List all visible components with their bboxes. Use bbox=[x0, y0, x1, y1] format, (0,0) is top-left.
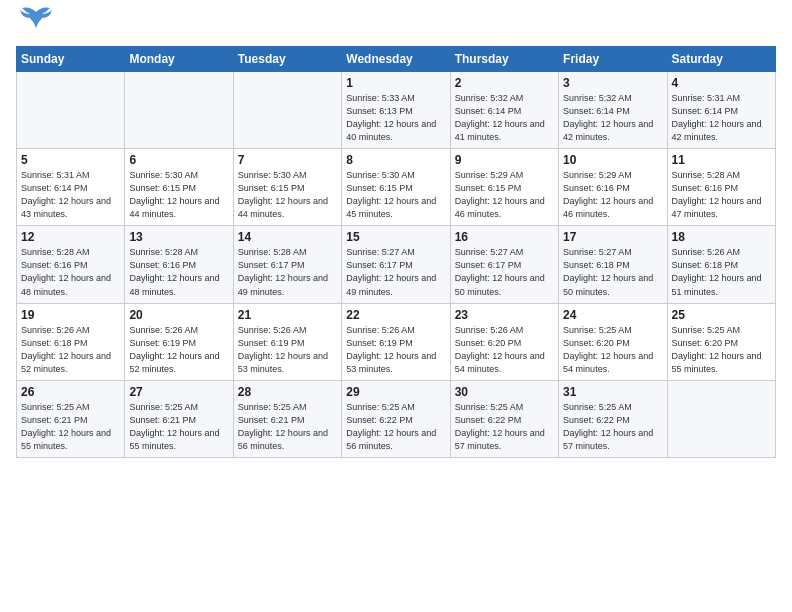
day-number: 16 bbox=[455, 230, 554, 244]
calendar-day-cell: 1Sunrise: 5:33 AMSunset: 6:13 PMDaylight… bbox=[342, 72, 450, 149]
day-number: 11 bbox=[672, 153, 771, 167]
day-number: 31 bbox=[563, 385, 662, 399]
day-number: 15 bbox=[346, 230, 445, 244]
day-number: 6 bbox=[129, 153, 228, 167]
logo bbox=[16, 16, 54, 38]
day-number: 8 bbox=[346, 153, 445, 167]
calendar-day-cell: 17Sunrise: 5:27 AMSunset: 6:18 PMDayligh… bbox=[559, 226, 667, 303]
day-number: 4 bbox=[672, 76, 771, 90]
calendar-day-cell: 4Sunrise: 5:31 AMSunset: 6:14 PMDaylight… bbox=[667, 72, 775, 149]
day-number: 5 bbox=[21, 153, 120, 167]
calendar-day-cell: 6Sunrise: 5:30 AMSunset: 6:15 PMDaylight… bbox=[125, 149, 233, 226]
calendar-day-cell: 26Sunrise: 5:25 AMSunset: 6:21 PMDayligh… bbox=[17, 380, 125, 457]
calendar-day-cell: 23Sunrise: 5:26 AMSunset: 6:20 PMDayligh… bbox=[450, 303, 558, 380]
day-number: 29 bbox=[346, 385, 445, 399]
calendar-week-row: 26Sunrise: 5:25 AMSunset: 6:21 PMDayligh… bbox=[17, 380, 776, 457]
day-info: Sunrise: 5:25 AMSunset: 6:21 PMDaylight:… bbox=[129, 401, 228, 453]
day-info: Sunrise: 5:26 AMSunset: 6:19 PMDaylight:… bbox=[238, 324, 337, 376]
day-number: 20 bbox=[129, 308, 228, 322]
day-number: 19 bbox=[21, 308, 120, 322]
calendar-day-cell: 22Sunrise: 5:26 AMSunset: 6:19 PMDayligh… bbox=[342, 303, 450, 380]
day-number: 9 bbox=[455, 153, 554, 167]
calendar-day-cell: 21Sunrise: 5:26 AMSunset: 6:19 PMDayligh… bbox=[233, 303, 341, 380]
day-info: Sunrise: 5:31 AMSunset: 6:14 PMDaylight:… bbox=[21, 169, 120, 221]
weekday-header-monday: Monday bbox=[125, 47, 233, 72]
day-number: 17 bbox=[563, 230, 662, 244]
calendar-week-row: 1Sunrise: 5:33 AMSunset: 6:13 PMDaylight… bbox=[17, 72, 776, 149]
day-number: 30 bbox=[455, 385, 554, 399]
day-number: 10 bbox=[563, 153, 662, 167]
day-info: Sunrise: 5:32 AMSunset: 6:14 PMDaylight:… bbox=[563, 92, 662, 144]
calendar-day-cell: 14Sunrise: 5:28 AMSunset: 6:17 PMDayligh… bbox=[233, 226, 341, 303]
day-info: Sunrise: 5:26 AMSunset: 6:19 PMDaylight:… bbox=[129, 324, 228, 376]
calendar-day-cell: 19Sunrise: 5:26 AMSunset: 6:18 PMDayligh… bbox=[17, 303, 125, 380]
day-number: 2 bbox=[455, 76, 554, 90]
calendar-day-cell: 3Sunrise: 5:32 AMSunset: 6:14 PMDaylight… bbox=[559, 72, 667, 149]
day-info: Sunrise: 5:25 AMSunset: 6:22 PMDaylight:… bbox=[346, 401, 445, 453]
day-info: Sunrise: 5:26 AMSunset: 6:19 PMDaylight:… bbox=[346, 324, 445, 376]
day-number: 25 bbox=[672, 308, 771, 322]
weekday-header-sunday: Sunday bbox=[17, 47, 125, 72]
day-info: Sunrise: 5:26 AMSunset: 6:18 PMDaylight:… bbox=[21, 324, 120, 376]
calendar-day-cell: 20Sunrise: 5:26 AMSunset: 6:19 PMDayligh… bbox=[125, 303, 233, 380]
calendar-day-cell: 24Sunrise: 5:25 AMSunset: 6:20 PMDayligh… bbox=[559, 303, 667, 380]
calendar-day-cell: 13Sunrise: 5:28 AMSunset: 6:16 PMDayligh… bbox=[125, 226, 233, 303]
day-info: Sunrise: 5:29 AMSunset: 6:16 PMDaylight:… bbox=[563, 169, 662, 221]
day-number: 22 bbox=[346, 308, 445, 322]
calendar-day-cell: 31Sunrise: 5:25 AMSunset: 6:22 PMDayligh… bbox=[559, 380, 667, 457]
day-info: Sunrise: 5:28 AMSunset: 6:16 PMDaylight:… bbox=[21, 246, 120, 298]
calendar-week-row: 12Sunrise: 5:28 AMSunset: 6:16 PMDayligh… bbox=[17, 226, 776, 303]
calendar-day-cell: 11Sunrise: 5:28 AMSunset: 6:16 PMDayligh… bbox=[667, 149, 775, 226]
weekday-header-saturday: Saturday bbox=[667, 47, 775, 72]
day-number: 12 bbox=[21, 230, 120, 244]
day-info: Sunrise: 5:25 AMSunset: 6:20 PMDaylight:… bbox=[563, 324, 662, 376]
day-info: Sunrise: 5:25 AMSunset: 6:22 PMDaylight:… bbox=[563, 401, 662, 453]
day-number: 23 bbox=[455, 308, 554, 322]
calendar-day-cell: 10Sunrise: 5:29 AMSunset: 6:16 PMDayligh… bbox=[559, 149, 667, 226]
day-number: 13 bbox=[129, 230, 228, 244]
day-info: Sunrise: 5:25 AMSunset: 6:20 PMDaylight:… bbox=[672, 324, 771, 376]
day-info: Sunrise: 5:25 AMSunset: 6:22 PMDaylight:… bbox=[455, 401, 554, 453]
day-number: 27 bbox=[129, 385, 228, 399]
calendar-day-cell: 15Sunrise: 5:27 AMSunset: 6:17 PMDayligh… bbox=[342, 226, 450, 303]
calendar-day-cell: 7Sunrise: 5:30 AMSunset: 6:15 PMDaylight… bbox=[233, 149, 341, 226]
day-number: 7 bbox=[238, 153, 337, 167]
calendar-day-cell: 5Sunrise: 5:31 AMSunset: 6:14 PMDaylight… bbox=[17, 149, 125, 226]
day-number: 14 bbox=[238, 230, 337, 244]
day-info: Sunrise: 5:30 AMSunset: 6:15 PMDaylight:… bbox=[346, 169, 445, 221]
calendar-day-cell: 27Sunrise: 5:25 AMSunset: 6:21 PMDayligh… bbox=[125, 380, 233, 457]
weekday-header-tuesday: Tuesday bbox=[233, 47, 341, 72]
calendar-day-cell: 29Sunrise: 5:25 AMSunset: 6:22 PMDayligh… bbox=[342, 380, 450, 457]
calendar-week-row: 19Sunrise: 5:26 AMSunset: 6:18 PMDayligh… bbox=[17, 303, 776, 380]
calendar-day-cell: 2Sunrise: 5:32 AMSunset: 6:14 PMDaylight… bbox=[450, 72, 558, 149]
day-info: Sunrise: 5:30 AMSunset: 6:15 PMDaylight:… bbox=[238, 169, 337, 221]
day-info: Sunrise: 5:32 AMSunset: 6:14 PMDaylight:… bbox=[455, 92, 554, 144]
day-info: Sunrise: 5:27 AMSunset: 6:17 PMDaylight:… bbox=[346, 246, 445, 298]
calendar-day-cell: 18Sunrise: 5:26 AMSunset: 6:18 PMDayligh… bbox=[667, 226, 775, 303]
weekday-header-row: SundayMondayTuesdayWednesdayThursdayFrid… bbox=[17, 47, 776, 72]
day-number: 18 bbox=[672, 230, 771, 244]
weekday-header-friday: Friday bbox=[559, 47, 667, 72]
day-info: Sunrise: 5:26 AMSunset: 6:18 PMDaylight:… bbox=[672, 246, 771, 298]
day-info: Sunrise: 5:29 AMSunset: 6:15 PMDaylight:… bbox=[455, 169, 554, 221]
calendar-day-cell: 12Sunrise: 5:28 AMSunset: 6:16 PMDayligh… bbox=[17, 226, 125, 303]
calendar-day-cell: 9Sunrise: 5:29 AMSunset: 6:15 PMDaylight… bbox=[450, 149, 558, 226]
day-info: Sunrise: 5:28 AMSunset: 6:16 PMDaylight:… bbox=[672, 169, 771, 221]
calendar-week-row: 5Sunrise: 5:31 AMSunset: 6:14 PMDaylight… bbox=[17, 149, 776, 226]
calendar-day-cell: 25Sunrise: 5:25 AMSunset: 6:20 PMDayligh… bbox=[667, 303, 775, 380]
day-info: Sunrise: 5:25 AMSunset: 6:21 PMDaylight:… bbox=[238, 401, 337, 453]
day-info: Sunrise: 5:30 AMSunset: 6:15 PMDaylight:… bbox=[129, 169, 228, 221]
calendar-day-cell bbox=[17, 72, 125, 149]
day-number: 26 bbox=[21, 385, 120, 399]
day-info: Sunrise: 5:31 AMSunset: 6:14 PMDaylight:… bbox=[672, 92, 771, 144]
calendar-day-cell bbox=[233, 72, 341, 149]
day-info: Sunrise: 5:28 AMSunset: 6:16 PMDaylight:… bbox=[129, 246, 228, 298]
calendar-day-cell bbox=[667, 380, 775, 457]
day-info: Sunrise: 5:33 AMSunset: 6:13 PMDaylight:… bbox=[346, 92, 445, 144]
day-info: Sunrise: 5:25 AMSunset: 6:21 PMDaylight:… bbox=[21, 401, 120, 453]
day-number: 1 bbox=[346, 76, 445, 90]
day-info: Sunrise: 5:27 AMSunset: 6:18 PMDaylight:… bbox=[563, 246, 662, 298]
calendar-day-cell: 28Sunrise: 5:25 AMSunset: 6:21 PMDayligh… bbox=[233, 380, 341, 457]
calendar-day-cell: 16Sunrise: 5:27 AMSunset: 6:17 PMDayligh… bbox=[450, 226, 558, 303]
day-info: Sunrise: 5:28 AMSunset: 6:17 PMDaylight:… bbox=[238, 246, 337, 298]
